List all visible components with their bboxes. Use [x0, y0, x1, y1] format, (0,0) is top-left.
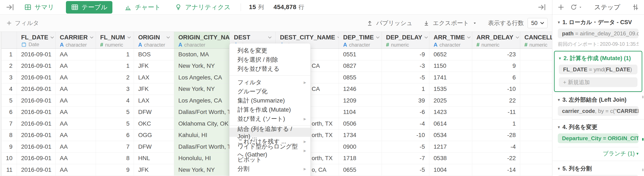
cell-fl_date: 2016-09-01	[17, 83, 56, 95]
menu-item-split[interactable]: 分割▸	[230, 164, 310, 173]
cell-cancelled	[520, 141, 552, 152]
numeric-type-icon: #	[386, 42, 389, 48]
step-split[interactable]: ▾5. 列を分割DEP_TIME, into = c("DEP_HOUR", .…	[552, 161, 644, 176]
collapse-right-panel-icon[interactable]	[537, 3, 546, 12]
menu-item-label: 列名を変更	[238, 47, 267, 55]
column-header-cancelled[interactable]: CANCELLED#numeric	[520, 32, 552, 48]
menu-item-rename-column[interactable]: 列名を変更	[230, 46, 310, 55]
cell-cancelled	[520, 118, 552, 129]
chevron-down-icon[interactable]	[166, 35, 171, 40]
branch-toggle[interactable]: ブランチ (1)▾	[558, 150, 638, 157]
cell-arr_delay: 6	[472, 72, 520, 83]
selected-step-box: ▾2. 計算を作成 (Mutate) (1)FL_DATE = ymd(FL_D…	[554, 51, 642, 92]
menu-item-mutate[interactable]: 計算を作成 (Mutate)	[230, 105, 310, 114]
cell-dep_delay: -5	[382, 72, 429, 83]
calendar-icon	[21, 42, 26, 47]
collapse-caret-icon[interactable]: ▾	[558, 96, 560, 103]
rows-to-show-control: 表示する行数 50	[488, 18, 548, 28]
menu-item-select-delete-columns[interactable]: 列を選択 / 削除	[230, 55, 310, 64]
step-mutate[interactable]: ▾2. 計算を作成 (Mutate) (1)FL_DATE = ymd(FL_D…	[558, 54, 638, 88]
character-type-icon: A	[343, 42, 347, 48]
column-header-dep_time[interactable]: DEP_TIMEAcharacter	[339, 32, 382, 48]
step-title: 1. ローカル・データ - CSV	[562, 19, 632, 26]
menu-divider	[230, 75, 310, 76]
step-token[interactable]: carrier_code, by = c("CARRIER" = ...	[558, 106, 638, 116]
menu-item-summarize[interactable]: 集計 (Summarize)	[230, 96, 310, 105]
collapse-caret-icon[interactable]: ▾	[559, 55, 561, 62]
column-header-arr_delay[interactable]: ARR_DELAY#numeric	[472, 32, 520, 48]
cell-dep_time: 0900	[339, 141, 382, 152]
step-rename[interactable]: ▾4. 列名を変更Departure_City = ORIGIN_CITY_N.…	[552, 119, 644, 161]
column-header-arr_time[interactable]: ARR_TIMEAcharacter	[429, 32, 472, 48]
cell-origin_city_name: Kahului, HI	[174, 130, 230, 141]
menu-item-sort[interactable]: 並び替え (ソート)▸	[230, 114, 310, 123]
plus-icon	[6, 20, 12, 26]
step-title: 4. 列名を変更	[562, 124, 598, 130]
menu-item-gather[interactable]: ワイド型からロング型へ (Gather)▸	[230, 146, 310, 155]
cell-arr_delay: -14	[472, 164, 520, 175]
tab-table[interactable]: テーブル	[66, 1, 112, 14]
top-toolbar: サマリテーブルチャートアナリティクス 15列 454,878行	[0, 0, 552, 15]
character-type-icon: A	[60, 42, 64, 48]
chevron-down-icon[interactable]	[267, 35, 272, 40]
cell-dep_time: 1734	[339, 130, 382, 141]
tab-chart[interactable]: チャート	[122, 1, 163, 14]
chevron-down-icon[interactable]	[375, 35, 380, 40]
cell-arr_delay: -22	[472, 153, 520, 164]
collapse-caret-icon[interactable]: ▾	[558, 19, 560, 26]
menu-item-reorder-columns[interactable]: 列を並び替える	[230, 64, 310, 73]
scroll-mark-green	[642, 138, 644, 141]
column-header-fl_num[interactable]: FL_NUM#numeric	[96, 32, 134, 48]
step-token[interactable]: Departure_City = ORIGIN_CITY_N...	[558, 133, 638, 143]
column-header-fl_date[interactable]: FL_DATEDate	[17, 32, 56, 48]
cell-fl_date: 2016-09-01	[17, 107, 56, 118]
chevron-down-icon[interactable]	[126, 35, 132, 40]
column-type: numeric	[529, 42, 547, 48]
step-import-csv[interactable]: ▾1. ローカル・データ - CSVpath = airline_delay_2…	[552, 15, 644, 51]
column-header-origin[interactable]: ORIGINAcharacter	[134, 32, 174, 48]
add-filter-button[interactable]: フィルタ	[6, 19, 39, 27]
menu-item-join[interactable]: 結合 (列を追加する / Join) ...	[230, 128, 310, 137]
step-token[interactable]: + 新規追加	[559, 77, 638, 87]
collapse-caret-icon[interactable]: ▾	[558, 165, 560, 172]
cell-dep_delay: -9	[382, 49, 429, 60]
cell-fl_num: 9	[96, 164, 134, 175]
step-token[interactable]: path = airline_delay_2016_09.csv	[558, 29, 638, 38]
chevron-down-icon[interactable]	[89, 35, 94, 40]
column-header-carrier[interactable]: CARRIERAcharacter	[56, 32, 96, 48]
chevron-down-icon[interactable]	[466, 35, 472, 40]
tab-summary[interactable]: サマリ	[22, 1, 56, 14]
chevron-down-icon[interactable]	[515, 35, 520, 40]
step-token[interactable]: DEP_TIME, into = c("DEP_HOUR", ...	[558, 175, 638, 176]
tab-analytics[interactable]: アナリティクス	[172, 1, 233, 14]
cell-arr_delay: -28	[472, 130, 520, 141]
export-button[interactable]: エクスポート	[423, 19, 477, 27]
chevron-down-icon[interactable]	[50, 35, 55, 40]
cell-fl_num: 6	[96, 130, 134, 141]
column-header-origin_city_name[interactable]: ORIGIN_CITY_NAMEAcharacter	[174, 32, 230, 48]
column-type: character	[144, 42, 165, 48]
publish-button[interactable]: パブリッシュ	[366, 19, 412, 27]
rows-to-show-value: 50	[531, 20, 538, 27]
row-count-unit: 行	[298, 4, 304, 11]
cell-arr_time: 2025	[429, 95, 472, 106]
sliders-icon[interactable]	[632, 4, 639, 11]
menu-item-filter[interactable]: フィルタ▸	[230, 78, 310, 87]
column-name: ORIGIN	[138, 34, 160, 41]
chevron-down-icon[interactable]	[424, 35, 429, 40]
collapse-left-panel-icon[interactable]	[6, 3, 15, 12]
step-token[interactable]: FL_DATE = ymd(FL_DATE)	[559, 65, 638, 74]
column-type: numeric	[391, 42, 409, 48]
cell-dep_delay: -10	[382, 130, 429, 141]
rows-to-show-select[interactable]: 50	[528, 18, 548, 28]
refresh-steps-button[interactable]	[570, 4, 583, 11]
column-header-dep_delay[interactable]: DEP_DELAY#numeric	[382, 32, 429, 48]
cell-origin_city_name: Oklahoma City, OK	[174, 118, 230, 129]
menu-item-group-by[interactable]: グループ化	[230, 87, 310, 96]
collapse-caret-icon[interactable]: ▾	[558, 124, 560, 130]
add-step-icon[interactable]	[557, 3, 565, 11]
chevron-down-icon[interactable]	[336, 35, 339, 40]
cell-fl_date: 2016-09-01	[17, 95, 56, 106]
step-left-join[interactable]: ▾3. 左外部結合 (Left Join)carrier_code, by = …	[552, 92, 644, 119]
cell-fl_num: 4	[96, 95, 134, 106]
